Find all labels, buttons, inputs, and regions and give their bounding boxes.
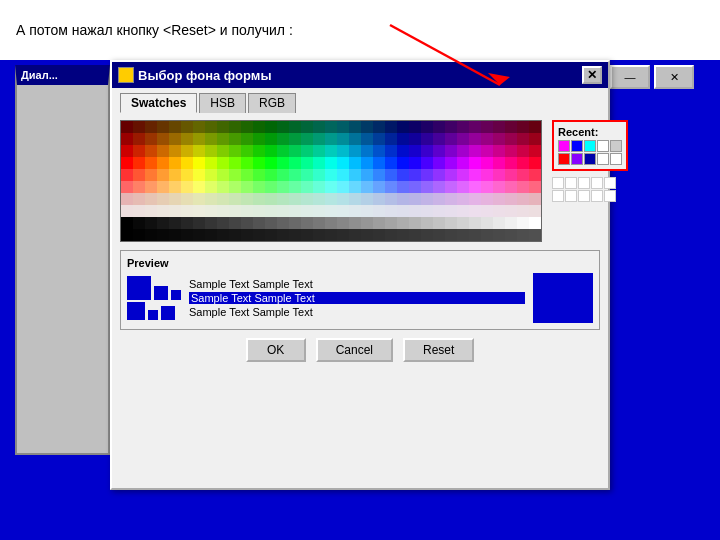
recent-panel: Recent: <box>552 120 628 171</box>
dialog-icon <box>118 67 134 83</box>
recent-color-cell[interactable] <box>610 153 622 165</box>
annotation-text: А потом нажал кнопку <Reset> и получил : <box>16 22 293 38</box>
preview-label: Preview <box>127 257 593 269</box>
recent-colors-grid <box>558 140 622 165</box>
recent-color-cell[interactable] <box>558 140 570 152</box>
dialog-titlebar: Выбор фона формы ✕ <box>112 62 608 88</box>
preview-sq-sm2 <box>161 306 175 320</box>
preview-squares-left <box>127 276 181 320</box>
tab-hsb[interactable]: HSB <box>199 93 246 113</box>
annotation-bar: А потом нажал кнопку <Reset> и получил : <box>0 0 720 60</box>
minimize-button[interactable]: — <box>610 65 650 89</box>
extra-cells <box>552 177 628 202</box>
recent-color-cell[interactable] <box>571 153 583 165</box>
preview-sq-xs2 <box>148 310 158 320</box>
recent-label: Recent: <box>558 126 622 138</box>
preview-sq-xs <box>171 290 181 300</box>
recent-color-cell[interactable] <box>597 140 609 152</box>
palette-area: Recent: <box>120 120 600 242</box>
preview-text-line2: Sample Text Sample Text <box>189 292 525 304</box>
preview-sq-med <box>127 302 145 320</box>
recent-color-cell[interactable] <box>571 140 583 152</box>
tab-swatches[interactable]: Swatches <box>120 93 197 113</box>
color-picker-dialog: Выбор фона формы ✕ Swatches HSB RGB Rece… <box>110 60 610 490</box>
preview-sq-small <box>154 286 168 300</box>
close-button-right[interactable]: ✕ <box>654 65 694 89</box>
preview-text-area: Sample Text Sample Text Sample Text Samp… <box>189 278 525 318</box>
preview-section: Preview Sample Text Sample Text Sample T <box>120 250 600 330</box>
dialog-title: Выбор фона формы <box>138 68 582 83</box>
recent-color-cell[interactable] <box>584 140 596 152</box>
bg-window-title: Диал... <box>17 65 107 85</box>
tab-bar: Swatches HSB RGB <box>112 88 608 112</box>
dialog-close-button[interactable]: ✕ <box>582 66 602 84</box>
preview-block-right <box>533 273 593 323</box>
right-buttons-area: — ✕ <box>610 65 705 115</box>
bg-window <box>15 65 110 455</box>
recent-color-cell[interactable] <box>597 153 609 165</box>
recent-color-cell[interactable] <box>584 153 596 165</box>
recent-color-cell[interactable] <box>610 140 622 152</box>
buttons-row: OK Cancel Reset <box>120 338 600 362</box>
reset-button[interactable]: Reset <box>403 338 474 362</box>
preview-content: Sample Text Sample Text Sample Text Samp… <box>127 273 593 323</box>
color-grid[interactable] <box>120 120 542 242</box>
recent-color-cell[interactable] <box>558 153 570 165</box>
tab-rgb[interactable]: RGB <box>248 93 296 113</box>
preview-text-line3: Sample Text Sample Text <box>189 306 525 318</box>
cancel-button[interactable]: Cancel <box>316 338 393 362</box>
ok-button[interactable]: OK <box>246 338 306 362</box>
preview-sq-large <box>127 276 151 300</box>
preview-text-line1: Sample Text Sample Text <box>189 278 525 290</box>
